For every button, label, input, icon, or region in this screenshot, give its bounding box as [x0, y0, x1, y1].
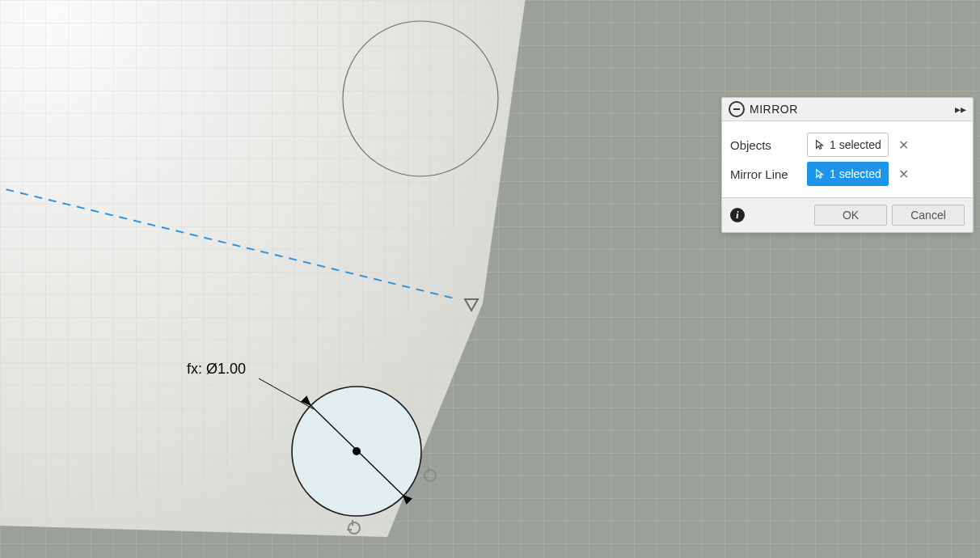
mirror-line-label: Mirror Line — [730, 167, 807, 181]
mirror-line-select-text: 1 selected — [830, 167, 881, 180]
sketch-canvas[interactable] — [0, 0, 980, 558]
row-objects: Objects 1 selected ✕ — [730, 133, 965, 157]
popout-icon[interactable]: ▸▸ — [955, 103, 966, 116]
dialog-title: MIRROR — [750, 103, 955, 116]
collapse-icon[interactable] — [729, 101, 745, 117]
objects-select-button[interactable]: 1 selected — [807, 133, 889, 157]
circle-center-point[interactable] — [353, 447, 361, 455]
cursor-icon — [814, 168, 826, 180]
objects-select-text: 1 selected — [830, 138, 881, 151]
mirror-line-clear-button[interactable]: ✕ — [897, 167, 911, 181]
dimension-label[interactable]: fx: Ø1.00 — [187, 361, 246, 378]
objects-clear-button[interactable]: ✕ — [897, 137, 911, 152]
ok-button[interactable]: OK — [814, 205, 887, 226]
cancel-button[interactable]: Cancel — [892, 205, 965, 226]
mirror-dialog[interactable]: MIRROR ▸▸ Objects 1 selected ✕ Mirror Li… — [721, 97, 974, 233]
dialog-header[interactable]: MIRROR ▸▸ — [722, 98, 973, 121]
objects-label: Objects — [730, 138, 807, 152]
cursor-icon — [814, 139, 826, 150]
mirror-line-select-button[interactable]: 1 selected — [807, 162, 889, 186]
info-icon[interactable]: i — [730, 208, 745, 222]
row-mirror-line: Mirror Line 1 selected ✕ — [730, 162, 965, 186]
